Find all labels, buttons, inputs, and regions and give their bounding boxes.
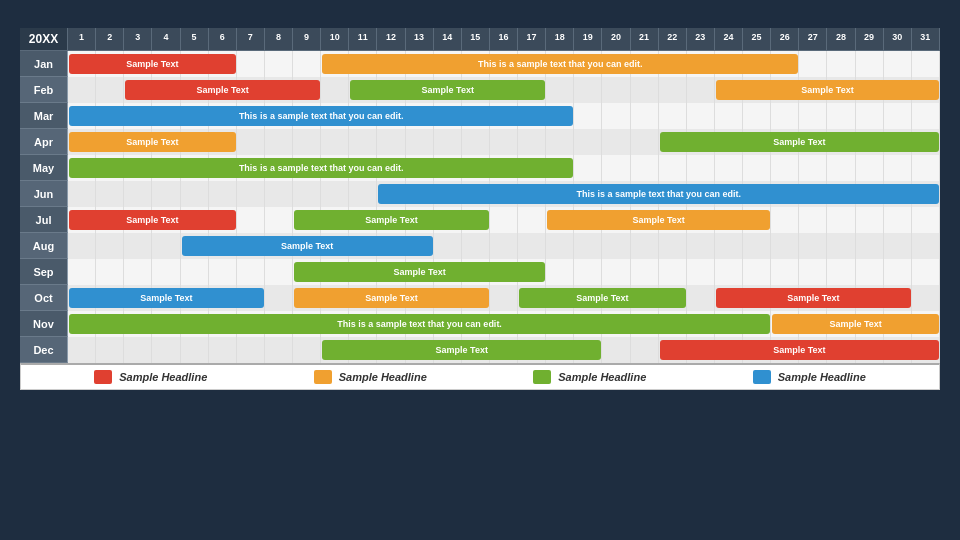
year-header: 20XX xyxy=(20,28,68,51)
month-label-sep: Sep xyxy=(20,259,68,285)
gantt-header: 20XX 12345678910111213141516171819202122… xyxy=(20,28,940,51)
month-label-dec: Dec xyxy=(20,337,68,363)
month-row-sep: SepSample Text xyxy=(20,259,940,285)
month-label-nov: Nov xyxy=(20,311,68,337)
month-label-may: May xyxy=(20,155,68,181)
bar-oct-blue: Sample Text xyxy=(69,288,264,308)
legend-label-green: Sample Headline xyxy=(558,371,646,383)
bar-may-green: This is a sample text that you can edit. xyxy=(69,158,573,178)
bar-feb-green: Sample Text xyxy=(350,80,545,100)
bar-jan-orange: This is a sample text that you can edit. xyxy=(322,54,798,74)
legend-item-blue: Sample Headline xyxy=(753,370,866,384)
month-label-aug: Aug xyxy=(20,233,68,259)
bar-sep-green: Sample Text xyxy=(294,262,545,282)
day-header-9: 9 xyxy=(293,28,321,51)
day-header-27: 27 xyxy=(799,28,827,51)
month-label-jun: Jun xyxy=(20,181,68,207)
day-header-12: 12 xyxy=(377,28,405,51)
bar-dec-red: Sample Text xyxy=(660,340,939,360)
day-header-16: 16 xyxy=(490,28,518,51)
month-row-mar: MarThis is a sample text that you can ed… xyxy=(20,103,940,129)
month-label-apr: Apr xyxy=(20,129,68,155)
bar-oct-orange: Sample Text xyxy=(294,288,489,308)
legend-color-red xyxy=(94,370,112,384)
day-header-20: 20 xyxy=(602,28,630,51)
month-row-feb: FebSample TextSample TextSample Text xyxy=(20,77,940,103)
day-header-13: 13 xyxy=(406,28,434,51)
day-header-30: 30 xyxy=(884,28,912,51)
bar-jan-red: Sample Text xyxy=(69,54,236,74)
legend-item-green: Sample Headline xyxy=(533,370,646,384)
day-header-31: 31 xyxy=(912,28,940,51)
day-headers: 1234567891011121314151617181920212223242… xyxy=(68,28,940,51)
bar-nov-green: This is a sample text that you can edit. xyxy=(69,314,770,334)
bar-feb-orange: Sample Text xyxy=(716,80,939,100)
bar-feb-red: Sample Text xyxy=(125,80,320,100)
day-header-11: 11 xyxy=(349,28,377,51)
month-row-jun: JunThis is a sample text that you can ed… xyxy=(20,181,940,207)
day-header-10: 10 xyxy=(321,28,349,51)
bar-jul-green: Sample Text xyxy=(294,210,489,230)
day-header-26: 26 xyxy=(771,28,799,51)
month-row-may: MayThis is a sample text that you can ed… xyxy=(20,155,940,181)
day-header-29: 29 xyxy=(856,28,884,51)
month-row-jul: JulSample TextSample TextSample Text xyxy=(20,207,940,233)
day-header-23: 23 xyxy=(687,28,715,51)
legend: Sample HeadlineSample HeadlineSample Hea… xyxy=(20,363,940,390)
day-header-1: 1 xyxy=(68,28,96,51)
month-label-mar: Mar xyxy=(20,103,68,129)
day-header-21: 21 xyxy=(631,28,659,51)
month-row-jan: JanSample TextThis is a sample text that… xyxy=(20,51,940,77)
day-header-22: 22 xyxy=(659,28,687,51)
month-label-oct: Oct xyxy=(20,285,68,311)
day-header-19: 19 xyxy=(574,28,602,51)
day-header-2: 2 xyxy=(96,28,124,51)
month-row-aug: AugSample Text xyxy=(20,233,940,259)
bar-oct-red: Sample Text xyxy=(716,288,911,308)
day-header-17: 17 xyxy=(518,28,546,51)
day-header-3: 3 xyxy=(124,28,152,51)
legend-color-orange xyxy=(314,370,332,384)
month-row-nov: NovThis is a sample text that you can ed… xyxy=(20,311,940,337)
day-header-7: 7 xyxy=(237,28,265,51)
bar-oct-green: Sample Text xyxy=(519,288,686,308)
month-row-apr: AprSample TextSample Text xyxy=(20,129,940,155)
month-row-dec: DecSample TextSample Text xyxy=(20,337,940,363)
day-header-14: 14 xyxy=(434,28,462,51)
legend-label-orange: Sample Headline xyxy=(339,371,427,383)
legend-item-orange: Sample Headline xyxy=(314,370,427,384)
day-header-5: 5 xyxy=(181,28,209,51)
month-label-jan: Jan xyxy=(20,51,68,77)
bar-aug-blue: Sample Text xyxy=(182,236,433,256)
day-header-25: 25 xyxy=(743,28,771,51)
bar-apr-green: Sample Text xyxy=(660,132,939,152)
month-label-jul: Jul xyxy=(20,207,68,233)
gantt-wrapper: 20XX 12345678910111213141516171819202122… xyxy=(20,28,940,363)
bar-jul-red: Sample Text xyxy=(69,210,236,230)
bar-apr-orange: Sample Text xyxy=(69,132,236,152)
bar-mar-blue: This is a sample text that you can edit. xyxy=(69,106,573,126)
legend-item-red: Sample Headline xyxy=(94,370,207,384)
day-header-18: 18 xyxy=(546,28,574,51)
day-header-15: 15 xyxy=(462,28,490,51)
day-header-28: 28 xyxy=(827,28,855,51)
day-header-24: 24 xyxy=(715,28,743,51)
bar-jul-orange: Sample Text xyxy=(547,210,770,230)
legend-label-red: Sample Headline xyxy=(119,371,207,383)
legend-label-blue: Sample Headline xyxy=(778,371,866,383)
day-header-8: 8 xyxy=(265,28,293,51)
gantt-body: JanSample TextThis is a sample text that… xyxy=(20,51,940,363)
bar-dec-green: Sample Text xyxy=(322,340,601,360)
day-header-6: 6 xyxy=(209,28,237,51)
month-label-feb: Feb xyxy=(20,77,68,103)
day-header-4: 4 xyxy=(152,28,180,51)
month-row-oct: OctSample TextSample TextSample TextSamp… xyxy=(20,285,940,311)
legend-color-green xyxy=(533,370,551,384)
legend-color-blue xyxy=(753,370,771,384)
bar-nov-orange: Sample Text xyxy=(772,314,939,334)
bar-jun-blue: This is a sample text that you can edit. xyxy=(378,184,939,204)
